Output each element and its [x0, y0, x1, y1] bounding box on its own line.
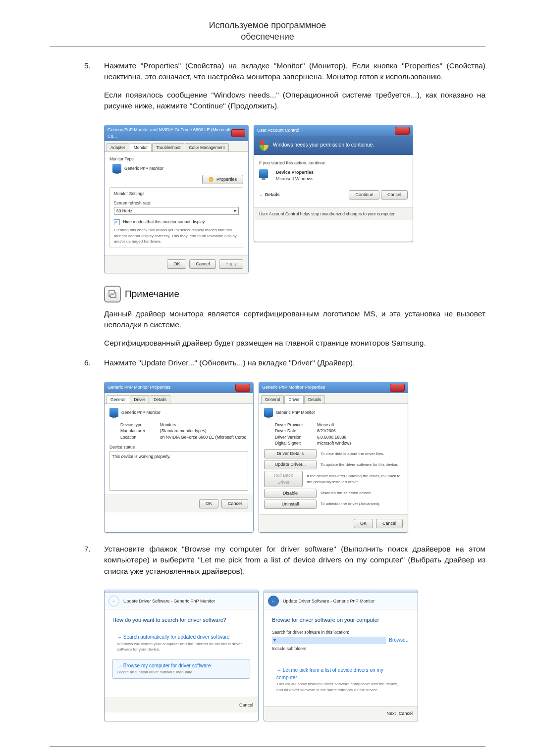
titlebar: User Account Control	[254, 125, 413, 136]
note-icon	[104, 286, 121, 302]
close-icon[interactable]	[390, 384, 405, 392]
close-icon[interactable]	[231, 129, 245, 137]
continue-button[interactable]: Continue	[349, 190, 379, 200]
option-browse-manually[interactable]: → Browse my computer for driver software…	[112, 659, 250, 679]
update-driver-wizard-search: ← Update Driver Software - Generic PnP M…	[104, 590, 259, 721]
monitor-settings-label: Monitor Settings	[114, 191, 239, 197]
chevron-down-icon[interactable]: ⌄	[259, 192, 263, 198]
step-6: 6. Нажмите "Update Driver..." (Обновить.…	[84, 357, 485, 375]
cancel-button[interactable]: Cancel	[221, 499, 248, 508]
note-para-2: Сертифицированный драйвер будет размещен…	[104, 338, 485, 349]
header-line1: Используемое программное	[50, 20, 485, 31]
back-arrow-icon[interactable]: ←	[108, 596, 119, 606]
ok-button[interactable]: OK	[354, 519, 373, 528]
cancel-button[interactable]: Cancel	[399, 710, 413, 717]
disable-desc: Disables the selected device.	[321, 490, 372, 496]
app-icon	[259, 169, 268, 178]
tab-monitor[interactable]: Monitor	[130, 143, 152, 151]
manufacturer-label: Manufacturer:	[120, 428, 160, 434]
details-toggle[interactable]: Details	[265, 192, 280, 198]
tab-details[interactable]: Details	[304, 395, 325, 403]
update-driver-desc: To update the driver software for this d…	[321, 462, 398, 468]
back-arrow-icon[interactable]: ←	[268, 596, 279, 606]
include-subfolders-label: Include subfolders	[272, 646, 306, 651]
window-title: Generic PnP Monitor Properties	[107, 384, 170, 391]
close-icon[interactable]	[235, 384, 250, 392]
step-6-para: Нажмите "Update Driver..." (Обновить...)…	[104, 357, 485, 368]
manufacturer-value: (Standard monitor types)	[160, 428, 207, 434]
option-search-automatically[interactable]: → Search automatically for updated drive…	[112, 630, 250, 656]
shield-icon	[259, 140, 269, 151]
apply-button[interactable]: Apply	[219, 259, 243, 269]
location-value: on NVIDIA GeForce 6600 LE (Microsoft Cor…	[160, 434, 246, 440]
monitor-icon	[109, 408, 118, 417]
window-title: Generic PnP Monitor Properties	[262, 384, 325, 391]
refresh-rate-label: Screen refresh rate:	[114, 200, 239, 206]
step-5-para-2: Если появилось сообщение "Windows needs.…	[104, 90, 485, 112]
rollback-driver-desc: If the device fails after updating the d…	[307, 473, 403, 485]
rollback-driver-button[interactable]: Roll Back Driver	[264, 471, 303, 487]
cancel-button[interactable]: Cancel	[376, 519, 403, 528]
chevron-down-icon: ▾	[234, 208, 236, 214]
step-5-para-1: Нажмите "Properties" (Свойства) на вклад…	[104, 60, 485, 83]
tab-color-management[interactable]: Color Management	[185, 143, 228, 151]
breadcrumb: Update Driver Software - Generic PnP Mon…	[123, 598, 215, 605]
figure-group-1: Generic PnP Monitor and NVIDIA GeForce 6…	[104, 125, 485, 273]
wizard-headline: How do you want to search for driver sof…	[112, 616, 250, 624]
disable-button[interactable]: Disable	[264, 489, 317, 498]
monitor-type-label: Monitor Type	[109, 156, 243, 162]
device-status-box: This device is working properly.	[109, 451, 248, 491]
window-title: User Account Control	[257, 127, 299, 134]
step-5: 5. Нажмите "Properties" (Свойства) на вк…	[84, 60, 485, 119]
driver-version-label: Driver Version:	[275, 434, 317, 440]
location-combobox[interactable]: ▾	[272, 637, 386, 644]
cancel-button[interactable]: Cancel	[239, 702, 253, 708]
device-name: Generic PnP Monitor	[121, 409, 160, 415]
browse-button[interactable]: Browse...	[389, 637, 410, 644]
tab-troubleshoot[interactable]: Troubleshoot	[152, 143, 184, 151]
properties-button[interactable]: Properties	[202, 175, 243, 184]
breadcrumb: Update Driver Software - Generic PnP Mon…	[283, 598, 374, 605]
step-number: 6.	[84, 357, 104, 375]
update-driver-button[interactable]: Update Driver...	[264, 460, 317, 469]
uac-app-name: Device Properties	[276, 169, 314, 176]
driver-date-label: Driver Date:	[275, 428, 317, 434]
uninstall-button[interactable]: Uninstall	[264, 500, 317, 509]
refresh-rate-select[interactable]: 60 Hertz ▾	[114, 207, 239, 215]
cancel-button[interactable]: Cancel	[189, 259, 216, 269]
ok-button[interactable]: OK	[167, 259, 186, 269]
hide-modes-label: Hide modes that this monitor cannot disp…	[123, 219, 205, 224]
tab-general[interactable]: General	[261, 395, 284, 403]
hide-modes-desc: Clearing this check box allows you to se…	[114, 227, 239, 245]
cancel-button[interactable]: Cancel	[381, 190, 408, 200]
driver-details-button[interactable]: Driver Details	[264, 449, 317, 458]
device-status-label: Device status	[109, 444, 248, 450]
note-title: Примечание	[125, 287, 179, 301]
uac-headline: Windows needs your permission to contion…	[273, 142, 374, 149]
page-footer-rule	[50, 746, 485, 747]
ok-button[interactable]: OK	[199, 499, 218, 508]
close-icon[interactable]	[395, 127, 410, 135]
driver-provider-value: Microsoft	[317, 422, 334, 428]
monitor-type-value: Generic PnP Monitor	[124, 165, 163, 171]
digital-signer-label: Digital Signer:	[275, 440, 317, 446]
content: 5. Нажмите "Properties" (Свойства) на вк…	[50, 60, 485, 722]
digital-signer-value: microsoft windows	[317, 440, 351, 446]
monitor-icon	[264, 408, 273, 417]
option-pick-from-list[interactable]: → Let me pick from a list of device driv…	[272, 663, 410, 696]
tab-general[interactable]: General	[107, 395, 129, 403]
tab-driver[interactable]: Driver	[130, 395, 149, 403]
step-number: 7.	[84, 544, 104, 584]
tab-adapter[interactable]: Adapter	[107, 143, 129, 151]
tab-driver[interactable]: Driver	[284, 395, 304, 403]
uac-footer: User Account Control helps stop unauthor…	[254, 207, 413, 220]
header-line2: обеспечение	[50, 31, 485, 43]
tab-details[interactable]: Details	[150, 395, 170, 403]
device-type-label: Device type:	[120, 422, 160, 428]
monitor-properties-window: Generic PnP Monitor and NVIDIA GeForce 6…	[104, 125, 249, 273]
hide-modes-checkbox[interactable]	[114, 219, 120, 225]
uac-app-publisher: Microsoft Windows	[276, 176, 314, 182]
update-driver-wizard-browse: ← Update Driver Software - Generic PnP M…	[264, 590, 418, 721]
next-button[interactable]: Next	[386, 710, 396, 717]
titlebar: Generic PnP Monitor Properties	[259, 382, 408, 393]
